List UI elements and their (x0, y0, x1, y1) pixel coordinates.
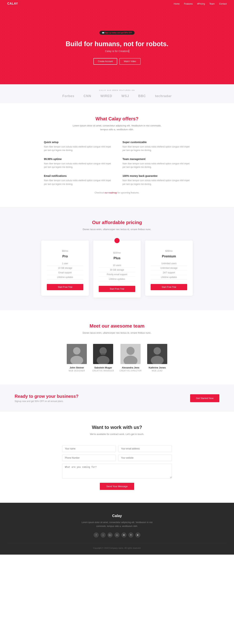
hero-badge: 📧 Sign up today and get 50% OFF (100, 31, 135, 35)
social-google-plus[interactable]: G+ (108, 532, 113, 538)
contact-name-input[interactable] (62, 446, 116, 452)
feature-pro-3: Lifetime updates (47, 275, 83, 280)
watch-video-button[interactable]: Watch Video (119, 58, 140, 65)
team-member-2: Alexandra Jens CREATIVE DIRECTOR (119, 344, 142, 372)
svg-rect-6 (101, 354, 106, 355)
social-facebook[interactable]: f (94, 532, 99, 538)
feature-premium-0: Unlimited users (151, 261, 187, 266)
feature-desc-1: Nam liber tempor cum soluta nobis eleife… (122, 145, 190, 152)
plan-name-plus: Plus (99, 256, 135, 260)
team-photo-0 (67, 344, 87, 364)
contact-subtitle: We're available for contract work. Let's… (71, 432, 163, 436)
contact-form: Send Your Message (62, 446, 172, 490)
side-tab (0, 44, 3, 51)
social-linkedin[interactable]: in (115, 532, 119, 538)
contact-title: Want to work with us? (7, 424, 227, 430)
feature-pro-1: 10 GB storage (47, 266, 83, 270)
price-plus: $15/mo (99, 248, 135, 255)
team-photo-1 (93, 344, 113, 364)
hero-buttons: Create Account Watch Video (93, 58, 140, 65)
feature-customizable: Super customizable Nam liber tempor cum … (122, 141, 190, 152)
contact-section: Want to work with us? We're available fo… (0, 412, 234, 503)
nav-team[interactable]: Team (209, 2, 215, 5)
footer-copyright: Copyright © 2019 Company name. All right… (7, 543, 227, 549)
contact-email-input[interactable] (118, 446, 172, 452)
team-name-0: John Steiner (67, 366, 87, 369)
nav-links: Home Features #Pricing Team Contact (174, 2, 227, 5)
logo-wsj: WSJ (121, 94, 129, 98)
logo-bbc: BBC (138, 94, 146, 98)
feature-pro-2: Email support (47, 270, 83, 275)
pricing-subtitle: Donec lacus enim, ullamcorper nec lectus… (71, 228, 163, 232)
team-member-3: Kathrine Jones WEB LEAD (147, 344, 167, 372)
contact-website-input[interactable] (118, 454, 172, 461)
feature-premium-1: Unlimited storage (151, 266, 187, 270)
feature-title-2: 99.99% uptime (44, 158, 112, 160)
social-twitter[interactable]: t (101, 532, 106, 538)
feature-title-4: Email notifications (44, 174, 112, 177)
nav-home[interactable]: Home (174, 2, 180, 5)
logo-wired: WIRED (100, 94, 112, 98)
pricing-card-plus: $15/mo Plus 10 users 30 GB storage Prior… (93, 240, 141, 298)
pricing-grid: $9/mo Pro 1 user 10 GB storage Email sup… (38, 240, 196, 298)
pricing-features-premium: Unlimited users Unlimited storage 24/7 s… (151, 261, 187, 280)
feature-money-back: 100% money back guarantee Nam liber temp… (122, 174, 190, 186)
feature-email: Email notifications Nam liber tempor cum… (44, 174, 112, 186)
feature-desc-5: Nam liber tempor cum soluta nobis eleife… (122, 179, 190, 186)
logo-forbes: Forbes (62, 94, 74, 98)
cta-subtext: Signup now and get 50% OFF on all annual… (15, 400, 78, 402)
feature-title-1: Super customizable (122, 141, 190, 144)
contact-submit: Send Your Message (62, 483, 172, 490)
team-name-3: Kathrine Jones (147, 366, 167, 369)
logo-techradar: techradar (155, 94, 172, 98)
team-photo-3 (147, 344, 167, 364)
team-title: Meet our awesome team (7, 323, 227, 329)
nav-features[interactable]: Features (184, 2, 193, 5)
nav-contact[interactable]: Contact (219, 2, 227, 5)
featured-section: CALAY HAS BEEN FEATURED ON Forbes CNN WI… (0, 84, 234, 103)
start-trial-pro[interactable]: Start Free Trial (47, 284, 83, 290)
feature-uptime: 99.99% uptime Nam liber tempor cum solut… (44, 158, 112, 169)
footer-socials: f t G+ in ◉ ★ ▶ (7, 532, 227, 538)
feature-premium-2: 24/7 support (151, 270, 187, 275)
pricing-features-plus: 10 users 30 GB storage Priority email su… (99, 263, 135, 282)
feature-title-3: Team management (122, 158, 190, 160)
svg-point-1 (73, 347, 80, 354)
pricing-card-premium: $29/mo Premium Unlimited users Unlimited… (145, 240, 193, 296)
feature-plus-1: 30 GB storage (99, 268, 135, 272)
team-photo-2 (120, 344, 141, 364)
price-pro: $9/mo (47, 247, 83, 253)
featured-badge (115, 238, 119, 243)
contact-phone-input[interactable] (62, 454, 116, 461)
roadmap-link[interactable]: our roadmap (105, 192, 117, 194)
team-role-3: WEB LEAD (147, 370, 167, 372)
offers-subtitle: Lorem ipsum dolor sit amet, consectetur … (71, 124, 163, 132)
footer-logo: Calay (7, 514, 227, 518)
contact-message-input[interactable] (62, 464, 172, 478)
social-instagram[interactable]: ◉ (121, 532, 126, 538)
svg-point-11 (154, 347, 161, 354)
start-trial-plus[interactable]: Start Free Trial (99, 286, 135, 292)
pricing-features-pro: 1 user 10 GB storage Email support Lifet… (47, 261, 83, 280)
svg-point-8 (126, 347, 134, 355)
social-youtube[interactable]: ▶ (135, 532, 140, 538)
cta-button[interactable]: Get Started Now (190, 394, 219, 402)
nav-logo: CALAY (7, 2, 18, 5)
team-section: Meet our awesome team Donec lacus enim, … (0, 310, 234, 385)
feature-plus-0: 10 users (99, 263, 135, 268)
offers-title: What Calay offers? (7, 116, 227, 122)
nav-pricing[interactable]: #Pricing (197, 2, 205, 5)
social-star[interactable]: ★ (128, 532, 133, 538)
send-message-button[interactable]: Send Your Message (100, 483, 134, 490)
offers-section: What Calay offers? Lorem ipsum dolor sit… (0, 103, 234, 207)
start-trial-premium[interactable]: Start Free Trial (151, 284, 187, 290)
team-grid: John Steiner WEB DESIGNER Sabstein Mugar… (35, 344, 199, 372)
cta-text: Ready to grow your business? Signup now … (15, 394, 78, 402)
footer: Calay Lorem ipsum dolor sit amet, consec… (0, 503, 234, 554)
logo-cnn: CNN (84, 94, 91, 98)
create-account-button[interactable]: Create Account (93, 58, 117, 65)
hero-subheading: Calay is for Creators (105, 50, 129, 52)
feature-title-5: 100% money back guarantee (122, 174, 190, 177)
cta-heading: Ready to grow your business? (15, 394, 78, 399)
feature-desc-2: Nam liber tempor cum soluta nobis eleife… (44, 162, 112, 169)
